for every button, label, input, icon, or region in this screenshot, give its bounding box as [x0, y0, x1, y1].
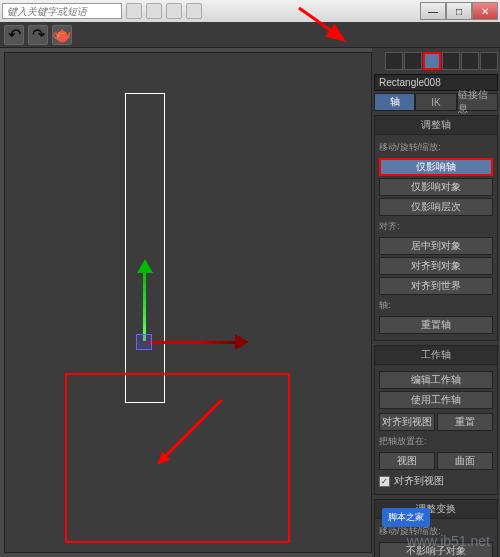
- use-working-pivot-button[interactable]: 使用工作轴: [379, 391, 493, 409]
- affect-hierarchy-only-button[interactable]: 仅影响层次: [379, 198, 493, 216]
- align-to-view-label: 对齐到视图: [394, 474, 444, 488]
- undo-icon[interactable]: ↶: [4, 25, 24, 45]
- tab-utilities[interactable]: [480, 52, 498, 70]
- center-to-object-button[interactable]: 居中到对象: [379, 237, 493, 255]
- affect-pivot-only-button[interactable]: 仅影响轴: [379, 158, 493, 176]
- logo-badge: 脚本之家: [382, 508, 430, 527]
- tab-create[interactable]: [385, 52, 403, 70]
- y-axis-arrow-icon[interactable]: [137, 259, 153, 273]
- hierarchy-subtabs: 轴 IK 链接信息: [374, 93, 498, 111]
- search-input[interactable]: [2, 3, 122, 19]
- reset-working-pivot-button[interactable]: 重置: [437, 413, 493, 431]
- place-surface-button[interactable]: 曲面: [437, 452, 493, 470]
- tab-hierarchy[interactable]: [423, 52, 441, 70]
- group-label-move: 移动/旋转/缩放:: [379, 139, 493, 156]
- rollout-header[interactable]: 工作轴: [375, 346, 497, 365]
- x-axis[interactable]: [147, 341, 237, 344]
- subtab-pivot[interactable]: 轴: [374, 93, 415, 111]
- group-label-align: 对齐:: [379, 218, 493, 235]
- gizmo-origin[interactable]: [136, 334, 152, 350]
- panel-tabs: [374, 50, 498, 72]
- window-controls: — □ ✕: [420, 2, 498, 20]
- main-toolbar: ↶ ↷ 🫖: [0, 22, 500, 48]
- rollout-header[interactable]: 调整轴: [375, 116, 497, 135]
- rollout-working-pivot: 工作轴 编辑工作轴 使用工作轴 对齐到视图 重置 把轴放置在: 视图 曲面 ✓ …: [374, 345, 498, 495]
- align-to-world-button[interactable]: 对齐到世界: [379, 277, 493, 295]
- rectangle-shape: [125, 93, 165, 403]
- subtab-link-info[interactable]: 链接信息: [457, 93, 498, 111]
- maximize-button[interactable]: □: [446, 2, 472, 20]
- close-button[interactable]: ✕: [472, 2, 498, 20]
- tab-modify[interactable]: [404, 52, 422, 70]
- affect-object-only-button[interactable]: 仅影响对象: [379, 178, 493, 196]
- minimize-button[interactable]: —: [420, 2, 446, 20]
- annotation-arrow-icon: [160, 400, 230, 470]
- tab-motion[interactable]: [442, 52, 460, 70]
- tab-display[interactable]: [461, 52, 479, 70]
- edit-working-pivot-button[interactable]: 编辑工作轴: [379, 371, 493, 389]
- help-icon[interactable]: [166, 3, 182, 19]
- viewport[interactable]: [4, 52, 372, 553]
- title-bar: — □ ✕: [0, 0, 500, 22]
- group-label-axis: 轴:: [379, 297, 493, 314]
- rollout-adjust-pivot: 调整轴 移动/旋转/缩放: 仅影响轴 仅影响对象 仅影响层次 对齐: 居中到对象…: [374, 115, 498, 341]
- align-to-view-button[interactable]: 对齐到视图: [379, 413, 435, 431]
- dont-affect-children-button[interactable]: 不影响子对象: [379, 542, 493, 557]
- search-icon[interactable]: [126, 3, 142, 19]
- command-panel: Rectangle008 轴 IK 链接信息 调整轴 移动/旋转/缩放: 仅影响…: [372, 48, 500, 557]
- group-label-place-pivot: 把轴放置在:: [379, 433, 493, 450]
- align-to-view-checkbox[interactable]: ✓: [379, 476, 390, 487]
- place-view-button[interactable]: 视图: [379, 452, 435, 470]
- align-to-object-button[interactable]: 对齐到对象: [379, 257, 493, 275]
- teapot-icon[interactable]: 🫖: [52, 25, 72, 45]
- redo-icon[interactable]: ↷: [28, 25, 48, 45]
- dropdown-icon[interactable]: [146, 3, 162, 19]
- y-axis[interactable]: [143, 271, 146, 341]
- reset-pivot-button[interactable]: 重置轴: [379, 316, 493, 334]
- x-axis-arrow-icon[interactable]: [235, 334, 249, 350]
- subtab-ik[interactable]: IK: [415, 93, 456, 111]
- sign-in-icon[interactable]: [186, 3, 202, 19]
